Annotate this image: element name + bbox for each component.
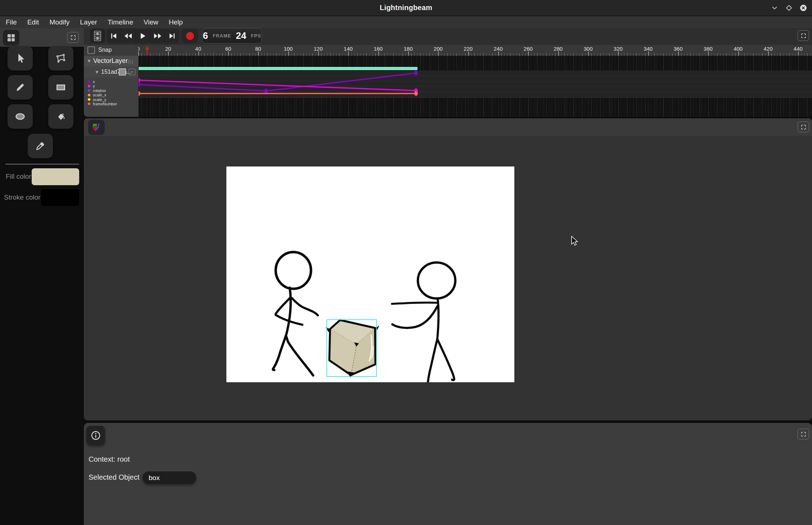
menu-item-modify[interactable]: Modify xyxy=(48,18,71,27)
menu-item-view[interactable]: View xyxy=(142,18,160,27)
ruler-label-360: 360 xyxy=(673,46,682,52)
snap-checkbox[interactable] xyxy=(87,46,95,54)
tool-sidebar: Fill color: Stroke color: xyxy=(0,28,84,525)
play-button[interactable] xyxy=(136,29,150,43)
menu-item-layer[interactable]: Layer xyxy=(78,18,99,27)
timeline-expand-button[interactable] xyxy=(798,30,809,41)
skip-to-start-button[interactable] xyxy=(107,29,121,43)
keyframe-dot-x[interactable] xyxy=(264,89,268,93)
stick-figure-left[interactable] xyxy=(273,252,318,375)
stroke-color-swatch[interactable] xyxy=(41,189,79,206)
property-row-scale_y[interactable]: scale_y xyxy=(84,97,138,102)
object-row[interactable]: ▼ 151ad70a... ~ xyxy=(84,67,138,78)
box-object[interactable] xyxy=(326,320,379,378)
selected-object-value[interactable]: box xyxy=(143,471,196,484)
property-row-frameNumber[interactable]: frameNumber xyxy=(84,102,138,106)
property-row-rotation[interactable]: rotation xyxy=(84,88,138,93)
frame-cells-top[interactable] xyxy=(139,56,812,67)
keyframe-dot-x[interactable] xyxy=(139,82,140,87)
inspector-panel: Context: root Selected Object box xyxy=(84,423,812,525)
menu-item-edit[interactable]: Edit xyxy=(26,18,41,27)
keyframe-dot-x[interactable] xyxy=(414,71,418,76)
layer-collapse-triangle-icon[interactable]: ▼ xyxy=(87,58,91,64)
layer-suffix: [L] xyxy=(128,59,133,64)
ruler-label-60: 60 xyxy=(225,46,231,52)
property-label: scale_x xyxy=(93,93,106,97)
close-button[interactable] xyxy=(799,4,808,12)
snap-label: Snap xyxy=(98,47,112,53)
snap-row: Snap xyxy=(84,45,138,56)
stick-figure-right[interactable] xyxy=(392,262,455,382)
film-button[interactable] xyxy=(90,29,105,43)
minimize-button[interactable] xyxy=(770,4,779,12)
skip-to-end-button[interactable] xyxy=(165,29,179,43)
eyedropper-tool-button[interactable] xyxy=(28,134,53,158)
keyframe-dot-frameNumber[interactable] xyxy=(414,91,418,96)
panel-grid-button[interactable] xyxy=(3,30,19,46)
stage-drawing xyxy=(226,166,514,382)
timeline-tracks[interactable] xyxy=(138,56,812,117)
frame-indicator[interactable]: 6 FRAME 24 FPS xyxy=(202,28,262,44)
ellipse-tool-button[interactable] xyxy=(8,104,33,129)
object-tween-button[interactable]: ~ xyxy=(128,69,135,75)
frame-cells-bottom[interactable] xyxy=(139,98,812,117)
ruler-label-100: 100 xyxy=(284,46,293,52)
pencil-tool-button[interactable] xyxy=(8,75,33,100)
ruler-label-140: 140 xyxy=(344,46,353,52)
keyframe-dot-y[interactable] xyxy=(139,78,140,83)
timeline-ruler[interactable]: 0204060801001201401601802002202402602803… xyxy=(138,45,812,56)
pencil-icon xyxy=(15,82,26,93)
layer-span-row[interactable] xyxy=(139,67,812,70)
canvas-expand-button[interactable] xyxy=(798,122,809,132)
menu-item-file[interactable]: File xyxy=(4,18,18,27)
info-button[interactable] xyxy=(86,426,105,445)
paint-bucket-tool-button[interactable] xyxy=(48,104,73,129)
play-icon xyxy=(140,33,146,39)
expand-icon xyxy=(801,124,806,130)
object-collapse-triangle-icon[interactable]: ▼ xyxy=(95,69,99,75)
property-color-dot xyxy=(88,102,90,105)
ruler-label-440: 440 xyxy=(794,46,803,52)
ruler-label-200: 200 xyxy=(434,46,443,52)
ruler-label-120: 120 xyxy=(313,46,322,52)
layer-row-vectorlayer[interactable]: ▼ VectorLayer[L] xyxy=(84,56,138,67)
ruler-label-160: 160 xyxy=(374,46,383,52)
select-tool-button[interactable] xyxy=(8,46,33,70)
menu-item-help[interactable]: Help xyxy=(167,18,184,27)
playhead[interactable] xyxy=(145,45,150,56)
maximize-button[interactable] xyxy=(785,4,793,12)
keyframe-dot-frameNumber[interactable] xyxy=(139,91,140,96)
keyframe-graph[interactable] xyxy=(139,70,812,98)
rewind-button[interactable] xyxy=(121,29,136,43)
inspector-expand-button[interactable] xyxy=(798,429,809,439)
fps-value[interactable]: 24 xyxy=(236,30,246,41)
object-visibility-button[interactable] xyxy=(119,68,126,76)
layer-span-bar[interactable] xyxy=(139,67,418,70)
property-row-x[interactable]: x xyxy=(84,79,138,84)
circle-x-icon xyxy=(799,4,807,12)
ruler-label-80: 80 xyxy=(255,46,261,52)
stroke-color-label: Stroke color: xyxy=(4,193,42,201)
ruler-label-40: 40 xyxy=(195,46,201,52)
sidebar-expand-button[interactable] xyxy=(67,32,79,43)
ruler-label-300: 300 xyxy=(583,46,592,52)
shapes-icon xyxy=(91,122,102,132)
shapes-panel-button[interactable] xyxy=(88,120,105,135)
ruler-label-400: 400 xyxy=(734,46,743,52)
transform-icon xyxy=(55,52,67,64)
property-row-y[interactable]: y xyxy=(84,84,138,88)
ruler-label-420: 420 xyxy=(763,46,772,52)
window-title: Lightningbeam xyxy=(0,4,812,12)
fast-forward-button[interactable] xyxy=(150,29,165,43)
transform-tool-button[interactable] xyxy=(48,46,73,70)
current-frame-value[interactable]: 6 xyxy=(203,30,208,41)
animation-stage[interactable] xyxy=(226,166,514,382)
object-id: 151ad70a... xyxy=(101,69,132,75)
menu-item-timeline[interactable]: Timeline xyxy=(106,18,135,27)
info-icon xyxy=(91,431,100,440)
ruler-major-ticks xyxy=(138,51,812,56)
record-button[interactable] xyxy=(182,29,198,43)
rectangle-tool-button[interactable] xyxy=(48,75,73,100)
property-row-scale_x[interactable]: scale_x xyxy=(84,93,138,97)
fill-color-swatch[interactable] xyxy=(32,168,79,185)
